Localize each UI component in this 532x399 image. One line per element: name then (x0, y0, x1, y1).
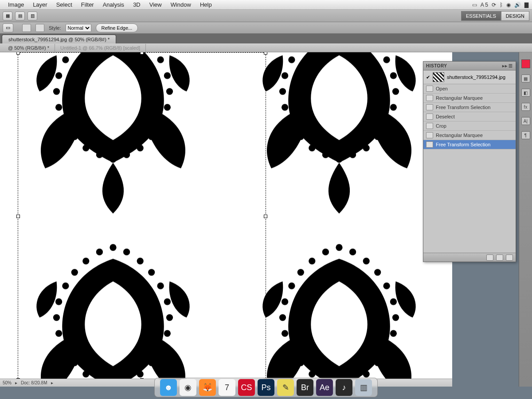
history-item[interactable]: Crop (423, 121, 516, 131)
dock-app-finder[interactable]: ☻ (160, 379, 177, 396)
zoom-chevron-icon[interactable]: ▸ (15, 380, 17, 385)
style-label: Style: (49, 25, 61, 31)
volume-icon: 🔊 (514, 2, 521, 8)
menubar-status-icons: ▭ A 5 ⟳ ᛒ ◉ 🔊 ▇ (472, 2, 528, 8)
document-tab-2[interactable]: Untitled-1 @ 66.7% (RGB/8) [scaled] (55, 44, 146, 52)
ps-logo-icon[interactable]: ▦ (3, 12, 12, 20)
dock-app-firefox[interactable]: 🦊 (199, 379, 216, 396)
history-item[interactable]: Open (423, 84, 516, 94)
history-source-row[interactable]: ✔ shutterstock_79951294.jpg (423, 70, 516, 84)
menu-image[interactable]: Image (4, 1, 28, 8)
workspace-design-button[interactable]: DESIGN (501, 11, 529, 21)
history-panel-header[interactable]: HISTORY ▸▸ ☰ (423, 62, 516, 70)
marquee-tool-icon[interactable]: ▭ (3, 23, 13, 32)
dock-app-calendar[interactable]: 7 (219, 379, 235, 396)
menu-select[interactable]: Select (52, 1, 77, 8)
paragraph-panel-icon[interactable]: ¶ (521, 131, 530, 139)
history-item-label: Rectangular Marquee (436, 133, 483, 138)
new-document-from-state-icon[interactable] (496, 254, 503, 261)
history-item-label: Deselect (436, 114, 455, 119)
history-item[interactable]: Rectangular Marquee (423, 131, 516, 140)
menu-filter[interactable]: Filter (77, 1, 98, 8)
color-panel-icon[interactable] (521, 59, 530, 68)
history-source-label: shutterstock_79951294.jpg (447, 74, 505, 80)
adjustments-panel-icon[interactable]: ◧ (521, 89, 530, 97)
doc-info: Doc: 8/20.8M (21, 380, 47, 385)
doc-info-chevron-icon[interactable]: ▸ (51, 380, 53, 385)
history-item-label: Free Transform Selection (436, 142, 491, 147)
swatches-panel-icon[interactable]: ▦ (521, 74, 530, 82)
document-canvas[interactable] (0, 52, 452, 387)
mac-menubar: Image Layer Select Filter Analysis 3D Vi… (0, 0, 532, 10)
new-snapshot-icon[interactable] (486, 254, 493, 261)
dock-app-itunes[interactable]: ♪ (336, 379, 352, 396)
document-tab-1[interactable]: @ 50% (RGB/8#) * (3, 44, 55, 52)
tool-options-bar: ▭ Style: Normal Refine Edge... (0, 22, 532, 34)
history-state-icon (426, 132, 433, 138)
screen-mode-icon[interactable]: ▥ (27, 12, 37, 20)
history-item[interactable]: Deselect (423, 112, 516, 121)
damask-pattern (0, 52, 452, 387)
character-panel-icon[interactable]: A| (521, 117, 530, 125)
workspace: 50% ▸ Doc: 8/20.8M ▸ ▦ ◧ fx A| ¶ HISTORY… (0, 52, 532, 387)
history-item-label: Open (436, 86, 448, 91)
history-state-icon (426, 123, 433, 129)
history-item-label: Crop (436, 123, 446, 129)
menu-layer[interactable]: Layer (28, 1, 52, 8)
sync-icon: ⟳ (492, 2, 496, 8)
menu-window[interactable]: Window (166, 1, 196, 8)
selection-new-icon[interactable] (22, 24, 31, 32)
selection-add-icon[interactable] (35, 24, 44, 32)
bluetooth-icon: ᛒ (500, 2, 503, 8)
brush-icon: ✔ (426, 74, 430, 80)
workspace-essentials-button[interactable]: ESSENTIALS (461, 11, 501, 21)
history-list: Open Rectangular Marquee Free Transform … (423, 84, 516, 253)
history-item-label: Rectangular Marquee (436, 95, 483, 101)
history-item[interactable]: Free Transform Selection (423, 103, 516, 112)
arrange-docs-icon[interactable]: ▤ (15, 12, 25, 20)
window-tabbar: shutterstock_79951294.jpg @ 50% (RGB/8#)… (0, 34, 532, 43)
menu-help[interactable]: Help (196, 1, 216, 8)
styles-panel-icon[interactable]: fx (521, 103, 530, 111)
dock-app-aftereffects[interactable]: Ae (316, 379, 333, 396)
history-state-icon (426, 104, 433, 110)
history-panel-footer (423, 253, 516, 262)
history-state-icon (426, 86, 433, 92)
window-tab-active[interactable]: shutterstock_79951294.jpg @ 50% (RGB/8#)… (2, 35, 116, 43)
style-select[interactable]: Normal (66, 24, 91, 32)
dock-app-preview[interactable]: ▥ (355, 379, 372, 396)
history-item[interactable]: Rectangular Marquee (423, 94, 516, 103)
menu-3d[interactable]: 3D (129, 1, 145, 8)
dock-app-bridge[interactable]: Br (297, 379, 313, 396)
menu-view[interactable]: View (145, 1, 166, 8)
history-item-label: Free Transform Selection (436, 105, 491, 110)
svg-rect-25 (0, 52, 452, 387)
menu-analysis[interactable]: Analysis (98, 1, 129, 8)
dock-app-lastfm[interactable]: CS (238, 379, 255, 396)
history-state-icon (426, 141, 433, 148)
history-panel-title: HISTORY (426, 63, 447, 68)
dock-app-app-misc[interactable]: ✎ (277, 379, 294, 396)
history-source-thumb (433, 72, 444, 82)
flag-icon: ▇ (524, 2, 528, 8)
dock-app-photoshop[interactable]: Ps (258, 379, 274, 396)
history-state-icon (426, 113, 433, 120)
zoom-level[interactable]: 50% (3, 380, 12, 385)
history-item[interactable]: Free Transform Selection (423, 140, 516, 149)
mac-dock: ☻◉🦊7CSPs✎BrAe♪▥ (154, 378, 378, 397)
delete-state-icon[interactable] (506, 254, 513, 261)
adobe-status: A 5 (481, 2, 488, 8)
document-tabbar: @ 50% (RGB/8#) * Untitled-1 @ 66.7% (RGB… (0, 43, 532, 52)
panel-dock-strip: ▦ ◧ fx A| ¶ (519, 52, 532, 387)
panel-menu-icon[interactable]: ▸▸ ☰ (502, 63, 513, 68)
screen-icon: ▭ (472, 2, 477, 8)
wifi-icon: ◉ (506, 2, 511, 8)
history-state-icon (426, 95, 433, 101)
app-bar: ▦ ▤ ▥ ESSENTIALS DESIGN (0, 10, 532, 22)
history-panel[interactable]: HISTORY ▸▸ ☰ ✔ shutterstock_79951294.jpg… (423, 61, 516, 262)
refine-edge-button[interactable]: Refine Edge... (96, 23, 138, 32)
dock-app-chrome[interactable]: ◉ (180, 379, 196, 396)
